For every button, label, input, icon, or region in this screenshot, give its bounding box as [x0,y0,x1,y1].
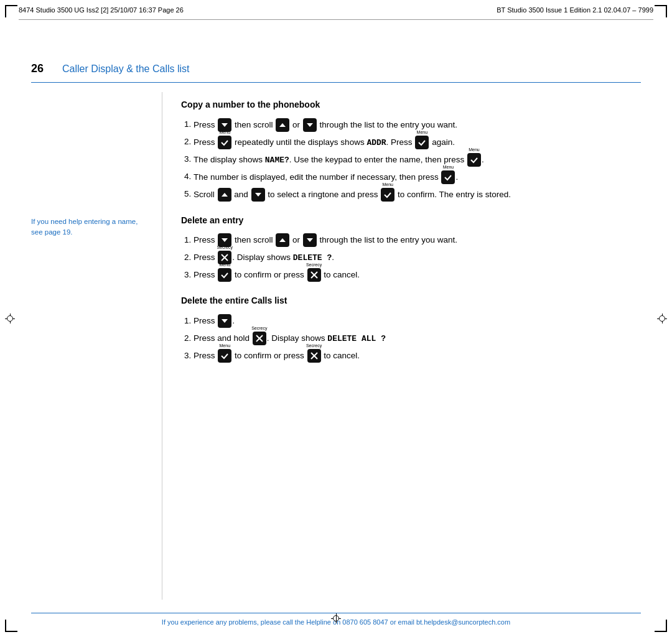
copy-step-4: The number is displayed, edit the number… [194,170,641,184]
copy-step-3: The display shows NAME?. Use the keypad … [194,153,641,167]
section-title-delete: Delete an entry [181,214,641,228]
delete-all-steps-list: Press . Press and hold Secrecy . Display… [194,314,641,363]
btn-down-d1b [303,233,317,247]
section-divider [31,82,641,83]
svg-marker-5 [222,238,228,242]
btn-secrecy-da2: Secrecy [253,332,266,345]
btn-menu-check-again: Menu [415,136,429,149]
btn-up-d1 [276,233,289,247]
copy-steps-list: Press then scroll or through the list to… [194,118,641,202]
delete-all-step-3: Press Menu to confirm or press Secrecy t… [194,349,641,363]
corner-br [655,620,667,632]
btn-secrecy-d3: Secrecy [307,268,321,282]
bottom-crosshair [331,613,341,623]
sidebar-note: If you need help entering a name, see pa… [31,216,143,238]
btn-menu-da3: Menu [218,349,231,363]
section-title-copy: Copy a number to the phonebook [181,98,641,112]
btn-menu-check-4: Menu [441,170,455,184]
header-strip: 8474 Studio 3500 UG Iss2 [2] 25/10/07 16… [19,0,653,20]
page-title: Caller Display & the Calls list [62,63,190,75]
delete-all-step-2: Press and hold Secrecy . Display shows D… [194,332,641,345]
corner-tr [655,5,667,17]
btn-menu-check-5: Menu [381,188,394,202]
content-area: If you need help entering a name, see pa… [31,92,641,600]
svg-marker-2 [307,123,313,127]
delete-step-3: Press Menu to confirm or press Secrecy t… [194,268,641,282]
btn-up-5 [218,188,231,202]
btn-secrecy-da3: Secrecy [307,349,321,363]
svg-marker-6 [279,238,286,242]
page-number: 26 [31,62,50,75]
btn-down-2 [303,118,317,132]
left-crosshair [5,314,15,323]
corner-tl [5,5,17,17]
main-content: Copy a number to the phonebook Press the… [169,92,641,600]
delete-steps-list: Press then scroll or through the list to… [194,233,641,282]
copy-step-5: Scroll and to select a ringtone and pres… [194,188,641,202]
content-divider [162,92,162,600]
delete-step-2: Press Secrecy . Display shows DELETE ?. [194,251,641,264]
btn-menu-check-3: Menu [467,153,481,167]
btn-down-5 [251,188,265,202]
copy-step-2: Press Menu repeatedly until the displays… [194,136,641,149]
svg-marker-1 [279,123,286,127]
header-right: BT Studio 3500 Issue 1 Edition 2.1 02.04… [497,6,653,14]
right-crosshair [657,314,667,323]
btn-menu-check-2: Menu [218,136,231,149]
svg-marker-4 [255,193,261,197]
svg-marker-0 [222,123,228,127]
btn-down-da1 [218,314,231,328]
section-title-delete-all: Delete the entire Calls list [181,294,641,308]
svg-marker-12 [222,319,228,323]
page-header: 26 Caller Display & the Calls list [31,62,641,75]
svg-marker-7 [307,238,313,242]
header-left: 8474 Studio 3500 UG Iss2 [2] 25/10/07 16… [19,6,184,14]
btn-up [276,118,289,132]
svg-marker-3 [222,193,228,197]
sidebar: If you need help entering a name, see pa… [31,92,156,600]
corner-bl [5,620,17,632]
btn-menu-d3: Menu [218,268,231,282]
delete-step-1: Press then scroll or through the list to… [194,233,641,247]
